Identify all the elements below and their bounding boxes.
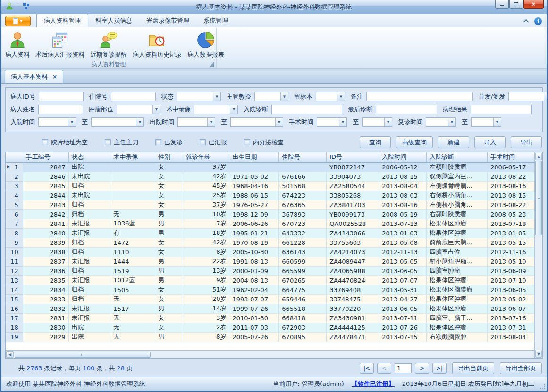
grid-cell[interactable]: 2013-07-31 [488, 323, 534, 332]
grid-cell[interactable]: 1993-07-07 [229, 294, 279, 304]
grid-cell[interactable]: 14岁 [183, 304, 229, 313]
grid-cell[interactable]: 1999-07-26 [229, 304, 279, 313]
column-header-2[interactable]: 状态 [68, 152, 110, 162]
grid-cell[interactable] [110, 191, 155, 200]
grid-cell[interactable]: 未汇报 [68, 313, 110, 323]
close-button[interactable]: ✕ [523, 0, 544, 9]
grid-cell[interactable]: YB0072147 [327, 162, 379, 172]
table-row[interactable]: 82840未汇报有男18岁1995-01-21643332ZA414306620… [6, 228, 534, 238]
vertical-scroll-thumb[interactable] [535, 161, 542, 235]
grid-cell[interactable]: ZA2580544 [327, 181, 379, 191]
grid-cell[interactable]: 1988-06-15 [229, 191, 279, 200]
table-row[interactable]: 22846未出院女42岁1971-05-02676166339040732013… [6, 172, 534, 181]
layout-grid-icon[interactable] [23, 2, 30, 12]
grid-cell[interactable]: 670723 [279, 219, 327, 228]
dropdown-arrow-icon[interactable]: ▼ [68, 118, 76, 126]
dropdown-arrow-icon[interactable]: ▼ [337, 92, 345, 101]
grid-cell[interactable]: 右额颞脑脓肿 [426, 332, 487, 342]
grid-cell[interactable]: 女 [155, 285, 183, 294]
grid-cell[interactable]: 2013-07-15 [379, 332, 427, 342]
filter-input[interactable] [38, 105, 83, 114]
grid-cell[interactable]: 2013-08-16 [488, 181, 534, 191]
grid-cell[interactable]: 37岁 [183, 200, 229, 209]
grid-cell[interactable]: 2846 [23, 172, 68, 181]
filter-input[interactable] [39, 92, 84, 101]
ribbon-button-3[interactable]: 病人资料历史记录 [130, 29, 185, 60]
grid-cell[interactable]: 2013-05-15 [488, 238, 534, 247]
grid-cell[interactable]: 33755603 [327, 238, 379, 247]
grid-cell[interactable]: 8岁 [183, 332, 229, 342]
grid-cell[interactable]: 2013-08-04 [488, 332, 534, 342]
grid-cell[interactable]: 2013-08-15 [488, 191, 534, 200]
dropdown-arrow-icon[interactable]: ▼ [493, 118, 501, 126]
grid-cell[interactable]: 四脑室占位 [426, 247, 487, 257]
grid-cell[interactable] [229, 162, 279, 172]
grid-cell[interactable]: ZA3841703 [327, 200, 379, 209]
grid-cell[interactable]: 2829 [23, 332, 68, 342]
grid-cell[interactable]: 女 [155, 162, 183, 172]
column-header-6[interactable]: 出生日期 [229, 152, 279, 162]
grid-cell[interactable]: 676365 [279, 200, 327, 209]
grid-cell[interactable]: 2838 [23, 247, 68, 257]
grid-cell[interactable]: 归档 [68, 285, 110, 294]
table-row[interactable]: 122836归档1519男13岁2000-01-09665599ZA406598… [6, 266, 534, 275]
next-page-button[interactable]: > [415, 363, 429, 374]
grid-cell[interactable]: 桥小脑角胆脂... [426, 257, 487, 266]
grid-cell[interactable]: 四脑室、脑干... [426, 313, 487, 323]
grid-cell[interactable]: 前颅底巨大脑... [426, 238, 487, 247]
grid-cell[interactable]: 未汇报 [68, 228, 110, 238]
column-header-9[interactable]: 入院时间 [379, 152, 427, 162]
grid-cell[interactable]: 男 [155, 209, 183, 219]
grid-cell[interactable]: 男 [155, 266, 183, 275]
grid-cell[interactable]: 未汇报 [68, 219, 110, 228]
resize-grip[interactable] [540, 384, 545, 389]
grid-cell[interactable]: 2010-01-30 [229, 313, 279, 323]
grid-cell[interactable] [110, 200, 155, 209]
grid-cell[interactable]: 2840 [23, 228, 68, 238]
table-row[interactable]: 192829出院无男8岁2005-07-26670895ZA4478471201… [6, 332, 534, 342]
grid-cell[interactable]: 有 [110, 228, 155, 238]
vertical-scrollbar[interactable]: ▲ ▼ [534, 152, 542, 358]
filter-combo[interactable]: ▼ [117, 105, 160, 114]
grid-cell[interactable]: 2013-05-31 [379, 285, 427, 294]
grid-cell[interactable]: 668418 [279, 313, 327, 323]
export-button[interactable]: 导出 [511, 136, 542, 148]
grid-cell[interactable]: 松果体区肿瘤 [426, 323, 487, 332]
grid-cell[interactable]: 出院 [68, 323, 110, 332]
grid-cell[interactable]: 2835 [23, 275, 68, 285]
filter-input[interactable] [366, 92, 473, 101]
grid-cell[interactable]: 670895 [279, 332, 327, 342]
query-button[interactable]: 查询 [360, 136, 391, 148]
grid-cell[interactable]: 左侧蝶骨嵴脑... [426, 181, 487, 191]
grid-cell[interactable]: 1971-05-02 [229, 172, 279, 181]
grid-cell[interactable]: 松果体区肿瘤 [426, 219, 487, 228]
grid-cell[interactable]: 2832 [23, 304, 68, 313]
grid-cell[interactable]: 男 [155, 304, 183, 313]
dropdown-arrow-icon[interactable]: ▼ [136, 118, 143, 126]
grid-cell[interactable]: 2013-06-07 [488, 304, 534, 313]
dropdown-arrow-icon[interactable]: ▼ [275, 118, 283, 126]
grid-cell[interactable]: 2013-07-13 [379, 219, 427, 228]
grid-cell[interactable]: 1472 [110, 238, 155, 247]
grid-cell[interactable]: 男 [155, 257, 183, 266]
grid-cell[interactable]: 出院 [68, 162, 110, 172]
grid-cell[interactable]: 676166 [279, 172, 327, 181]
grid-cell[interactable]: 双侧脑室内巨... [426, 172, 487, 181]
grid-cell[interactable]: 无 [110, 209, 155, 219]
grid-cell[interactable]: 3岁 [183, 313, 229, 323]
grid-cell[interactable]: 1519 [110, 266, 155, 275]
checkbox-box[interactable] [244, 139, 250, 145]
filter-combo[interactable]: ▼ [194, 105, 238, 114]
grid-cell[interactable]: 45岁 [183, 181, 229, 191]
filter-combo[interactable]: ▼ [254, 92, 288, 101]
table-row[interactable]: 92839归档1472女42岁1970-08-19661228337556032… [6, 238, 534, 247]
table-row[interactable]: 52843归档女37岁1976-05-27676365ZA38417032013… [6, 200, 534, 209]
table-row[interactable]: 62842归档无男10岁1998-12-09367893YB0099173200… [6, 209, 534, 219]
export-current-page-button[interactable]: 导出当前页 [452, 362, 494, 374]
grid-cell[interactable]: 2013-05-10 [488, 257, 534, 266]
grid-cell[interactable]: 未汇报 [68, 257, 110, 266]
maximize-button[interactable] [509, 0, 523, 9]
info-icon[interactable]: i [534, 17, 542, 25]
ribbon-button-4[interactable]: 病人数据报表 [185, 29, 227, 60]
checkbox-0[interactable]: 胶片地址为空 [42, 138, 88, 147]
